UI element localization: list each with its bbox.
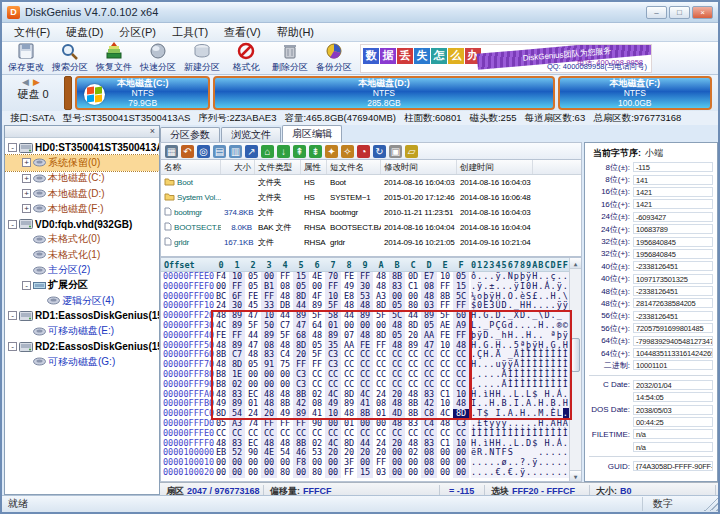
col-header-3[interactable]: 属性 bbox=[301, 160, 327, 174]
home-icon[interactable]: ⌂ bbox=[261, 145, 274, 158]
interp-value[interactable]: -115 bbox=[633, 162, 713, 172]
tree-item-9[interactable]: -扩展分区 bbox=[5, 278, 159, 293]
interp-value[interactable]: n/a bbox=[633, 442, 713, 452]
tab-1[interactable]: 浏览文件 bbox=[221, 127, 281, 142]
file-row-3[interactable]: BOOTSECT.BAK8.0KBBAK 文件RHSABOOTSECT.BAK2… bbox=[161, 220, 581, 235]
title-bar[interactable]: D DiskGenius V4.7.0.102 x64 – □ × bbox=[2, 2, 718, 23]
menu-item-3[interactable]: 工具(T) bbox=[164, 23, 216, 42]
interp-value[interactable]: 14:54:05 bbox=[633, 392, 713, 402]
hex-byte[interactable]: 00 bbox=[389, 468, 405, 478]
goto-icon[interactable]: ↗ bbox=[245, 145, 258, 158]
undo-icon[interactable]: ↶ bbox=[181, 145, 194, 158]
close-button[interactable]: × bbox=[692, 6, 713, 19]
hex-scrollbar[interactable]: ▲ ▼ bbox=[569, 258, 581, 481]
toolbar-button-5[interactable]: 格式化 bbox=[224, 43, 268, 74]
interp-value[interactable]: 141 bbox=[633, 175, 713, 185]
hex-editor[interactable]: Offset0123456789ABCDEF0123456789ABCDEF 0… bbox=[160, 257, 582, 482]
search-icon[interactable]: ◎ bbox=[197, 145, 210, 158]
folder-icon[interactable]: ▱ bbox=[405, 145, 418, 158]
maximize-button[interactable]: □ bbox=[669, 6, 690, 19]
hex-byte[interactable]: 03 bbox=[373, 468, 389, 478]
menu-item-1[interactable]: 硬盘(D) bbox=[58, 23, 111, 42]
interp-value[interactable]: 10448351133161424269 bbox=[633, 348, 713, 358]
col-header-0[interactable]: 名称 bbox=[161, 160, 221, 174]
col-header-4[interactable]: 短文件名 bbox=[327, 160, 381, 174]
col-header-2[interactable]: 文件类型 bbox=[255, 160, 301, 174]
menu-item-2[interactable]: 分区(P) bbox=[111, 23, 164, 42]
page-down-icon[interactable]: ⇟ bbox=[309, 145, 322, 158]
hex-byte[interactable]: 00 bbox=[261, 468, 277, 478]
tab-0[interactable]: 分区参数 bbox=[160, 127, 220, 142]
partition-block-2[interactable]: 本地磁盘(D:)NTFS285.8GB bbox=[213, 76, 554, 110]
tree-item-10[interactable]: 逻辑分区(4) bbox=[5, 293, 159, 308]
tree-item-13[interactable]: -RD2:EassosDiskGenius(15GB) bbox=[5, 339, 159, 354]
tree-item-6[interactable]: 未格式化(0) bbox=[5, 232, 159, 247]
preview-icon[interactable]: ▤ bbox=[213, 145, 226, 158]
tab-2[interactable]: 扇区编辑 bbox=[282, 125, 342, 142]
toolbar-button-4[interactable]: 新建分区 bbox=[180, 43, 224, 74]
file-row-0[interactable]: Boot文件夹HSBoot2014-08-16 16:04:032014-08-… bbox=[161, 175, 581, 190]
interp-value[interactable]: 10001101 bbox=[633, 360, 713, 370]
calc-icon[interactable]: ▣ bbox=[389, 145, 402, 158]
interp-value[interactable]: -6093427 bbox=[633, 212, 713, 222]
tree-item-12[interactable]: 可移动磁盘(E:) bbox=[5, 324, 159, 339]
toolbar-button-1[interactable]: 搜索分区 bbox=[48, 43, 92, 74]
expand-icon[interactable]: + bbox=[22, 189, 31, 198]
tree-item-0[interactable]: -HD0:ST350041ST3500413AS(466 bbox=[5, 140, 159, 155]
interp-value[interactable]: {74A3058D-FFFF-90FF-0001- bbox=[633, 461, 713, 471]
hex-byte[interactable]: 00 bbox=[325, 468, 341, 478]
key-icon[interactable]: ✦ bbox=[325, 145, 338, 158]
prev-disk-icon[interactable]: ◀ bbox=[22, 77, 33, 87]
scroll-thumb[interactable] bbox=[571, 338, 580, 372]
tree-item-8[interactable]: 主分区(2) bbox=[5, 262, 159, 277]
refresh-icon[interactable]: ↻ bbox=[373, 145, 386, 158]
interp-value[interactable]: 2038/05/03 bbox=[633, 405, 713, 415]
tag-icon[interactable]: ✧ bbox=[341, 145, 354, 158]
interp-value[interactable]: 1097173501325 bbox=[633, 274, 713, 284]
down-icon[interactable]: ↓ bbox=[277, 145, 290, 158]
minimize-button[interactable]: – bbox=[646, 6, 667, 19]
col-header-6[interactable]: 创建时间 bbox=[457, 160, 533, 174]
toolbar-button-2[interactable]: 恢复文件 bbox=[92, 43, 136, 74]
collapse-icon[interactable]: - bbox=[8, 311, 17, 320]
interp-value[interactable]: 1956840845 bbox=[633, 237, 713, 247]
partition-block-1[interactable]: 本地磁盘(C:)NTFS79.9GB bbox=[75, 76, 210, 110]
tree-item-2[interactable]: +本地磁盘(C:) bbox=[5, 171, 159, 186]
ad-banner[interactable]: 数据丢失怎么办 DiskGenius团队为您服务 电话: 400-008-995… bbox=[360, 44, 652, 73]
hex-byte[interactable]: 00 bbox=[453, 468, 469, 478]
tree-panel-header[interactable]: × bbox=[5, 126, 159, 138]
interp-value[interactable]: 00:44:25 bbox=[633, 417, 713, 427]
interp-value[interactable]: -2338126451 bbox=[633, 261, 713, 271]
resize-grip[interactable] bbox=[704, 497, 718, 511]
tree-item-5[interactable]: -VD0:fqb.vhd(932GB) bbox=[5, 216, 159, 231]
hex-byte[interactable]: 00 bbox=[421, 468, 437, 478]
col-header-5[interactable]: 修改时间 bbox=[381, 160, 457, 174]
collapse-icon[interactable]: - bbox=[8, 220, 17, 229]
toolbar-button-3[interactable]: 快速分区 bbox=[136, 43, 180, 74]
interp-value[interactable]: 2032/01/04 bbox=[633, 380, 713, 390]
menu-item-5[interactable]: 帮助(H) bbox=[269, 23, 322, 42]
interp-value[interactable]: 1956840845 bbox=[633, 249, 713, 259]
hex-byte[interactable]: 00 bbox=[245, 468, 261, 478]
col-header-1[interactable]: 大小 bbox=[221, 160, 255, 174]
menu-item-4[interactable]: 查看(V) bbox=[216, 23, 269, 42]
tree-item-11[interactable]: -RD1:EassosDiskGenius(15GB) bbox=[5, 308, 159, 323]
next-disk-icon[interactable]: ▶ bbox=[33, 77, 44, 87]
file-row-2[interactable]: bootmgr374.8KB文件RHSAbootmgr2010-11-21 11… bbox=[161, 205, 581, 220]
toolbar-button-0[interactable]: 保存更改 bbox=[4, 43, 48, 74]
page-up-icon[interactable]: ⇞ bbox=[293, 145, 306, 158]
file-row-1[interactable]: System Vol...文件夹HSSYSTEM~12015-01-20 17:… bbox=[161, 190, 581, 205]
hex-byte[interactable]: 80 bbox=[309, 468, 325, 478]
interp-value[interactable]: -2338126451 bbox=[633, 311, 713, 321]
interp-value[interactable]: n/a bbox=[633, 429, 713, 439]
menu-item-0[interactable]: 文件(F) bbox=[6, 23, 58, 42]
hex-byte[interactable]: 80 bbox=[277, 468, 293, 478]
hex-byte[interactable]: 00 bbox=[229, 468, 245, 478]
pie-icon[interactable]: ◔ bbox=[357, 145, 370, 158]
scroll-down-icon[interactable]: ▼ bbox=[570, 470, 581, 481]
interp-value[interactable]: 1421 bbox=[633, 199, 713, 209]
collapse-icon[interactable]: - bbox=[8, 342, 17, 351]
tree-item-1[interactable]: +系统保留(0) bbox=[5, 155, 159, 170]
hex-row-20[interactable]: 00001000200000000080008000FF150300000000… bbox=[161, 468, 581, 478]
tree-item-14[interactable]: 可移动磁盘(G:) bbox=[5, 354, 159, 369]
